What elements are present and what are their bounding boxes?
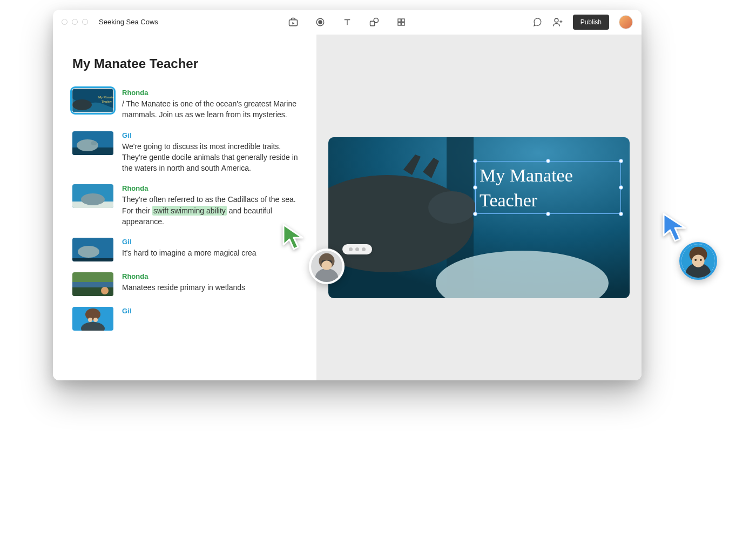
svg-point-4: [374, 18, 378, 22]
script-row: Gil We're going to discuss its most incr…: [72, 131, 301, 174]
script-row: Gil It's hard to imagine a more magical …: [72, 238, 301, 261]
window-close-button[interactable]: [62, 19, 68, 25]
scene-thumbnail[interactable]: [72, 272, 113, 296]
collaborator-cursor-blue: [662, 212, 688, 245]
page-title: My Manatee Teacher: [72, 56, 301, 71]
scene-thumbnail[interactable]: [72, 131, 113, 155]
speaker-label: Gil: [122, 238, 301, 246]
speaker-label: Rhonda: [122, 184, 301, 192]
resize-handle[interactable]: [619, 185, 623, 190]
canvas-frame[interactable]: My Manatee Teacher: [328, 137, 630, 298]
script-panel: My Manatee Teacher My ManateeTeacher Rho…: [53, 35, 316, 380]
svg-point-45: [700, 259, 702, 261]
svg-rect-6: [402, 19, 404, 22]
resize-handle[interactable]: [546, 212, 550, 216]
svg-text:Teacher: Teacher: [102, 100, 112, 103]
script-row: Rhonda Manatees reside primary in wetlan…: [72, 272, 301, 296]
window-zoom-button[interactable]: [82, 19, 88, 25]
svg-point-16: [91, 141, 97, 145]
typing-indicator: [342, 244, 372, 254]
resize-handle[interactable]: [473, 185, 477, 190]
svg-rect-8: [402, 22, 404, 25]
speaker-label: Gil: [122, 307, 301, 315]
resize-handle[interactable]: [619, 212, 623, 216]
svg-point-44: [694, 259, 697, 261]
resize-handle[interactable]: [473, 159, 477, 163]
media-icon[interactable]: [288, 17, 299, 28]
svg-rect-5: [398, 19, 401, 22]
main-split: My Manatee Teacher My ManateeTeacher Rho…: [53, 35, 642, 380]
svg-point-11: [72, 99, 92, 110]
text-highlight[interactable]: swift swimming ability: [152, 206, 227, 216]
script-text[interactable]: They're often referred to as the Cadilla…: [122, 194, 301, 227]
svg-point-29: [93, 318, 98, 322]
speaker-label: Rhonda: [122, 272, 301, 280]
svg-point-28: [88, 318, 92, 322]
script-text[interactable]: Manatees reside primary in wetlands: [122, 282, 301, 293]
scene-thumbnail[interactable]: [72, 307, 113, 331]
svg-rect-22: [72, 282, 113, 287]
svg-rect-7: [398, 22, 401, 25]
toolbar-right: Publish: [532, 15, 633, 30]
publish-button[interactable]: Publish: [573, 15, 609, 30]
speaker-label: Rhonda: [122, 89, 301, 97]
svg-point-18: [81, 193, 105, 205]
scene-thumbnail[interactable]: My ManateeTeacher: [72, 89, 113, 112]
comment-icon[interactable]: [532, 17, 543, 28]
record-icon[interactable]: [315, 17, 326, 28]
layout-grid-icon[interactable]: [396, 17, 407, 28]
text-selection-box[interactable]: [475, 161, 621, 214]
svg-text:My Manatee: My Manatee: [98, 96, 113, 99]
svg-point-9: [555, 18, 558, 22]
collaborator-avatar-blue[interactable]: [679, 242, 717, 280]
scene-thumbnail[interactable]: [72, 238, 113, 261]
traffic-lights: [62, 19, 88, 25]
add-user-icon[interactable]: [552, 17, 563, 28]
svg-point-33: [428, 191, 476, 224]
app-window: Seeking Sea Cows: [53, 10, 642, 380]
titlebar: Seeking Sea Cows: [53, 10, 642, 35]
script-row: My ManateeTeacher Rhonda / The Manatee i…: [72, 89, 301, 120]
svg-point-2: [319, 21, 322, 24]
resize-handle[interactable]: [473, 212, 477, 216]
script-row: Gil: [72, 307, 301, 331]
resize-handle[interactable]: [546, 159, 550, 163]
canvas-panel: My Manatee Teacher: [316, 35, 642, 380]
resize-handle[interactable]: [619, 159, 623, 163]
svg-point-20: [78, 246, 99, 258]
svg-point-43: [692, 254, 704, 267]
toolbar-center: [288, 17, 407, 28]
window-minimize-button[interactable]: [72, 19, 78, 25]
svg-point-39: [321, 260, 332, 270]
collaborator-avatar-green[interactable]: [309, 249, 345, 284]
shapes-icon[interactable]: [369, 17, 380, 28]
script-row: Rhonda They're often referred to as the …: [72, 184, 301, 227]
script-text[interactable]: We're going to discuss its most incredib…: [122, 141, 301, 174]
svg-point-26: [85, 308, 100, 320]
text-icon[interactable]: [342, 17, 353, 28]
scene-thumbnail[interactable]: [72, 184, 113, 208]
svg-point-24: [101, 287, 109, 294]
script-text[interactable]: / The Manatee is one of the ocean's grea…: [122, 98, 301, 120]
script-text[interactable]: It's hard to imagine a more magical crea: [122, 247, 301, 258]
document-title[interactable]: Seeking Sea Cows: [99, 18, 158, 26]
user-avatar[interactable]: [619, 15, 633, 29]
speaker-label: Gil: [122, 131, 301, 139]
